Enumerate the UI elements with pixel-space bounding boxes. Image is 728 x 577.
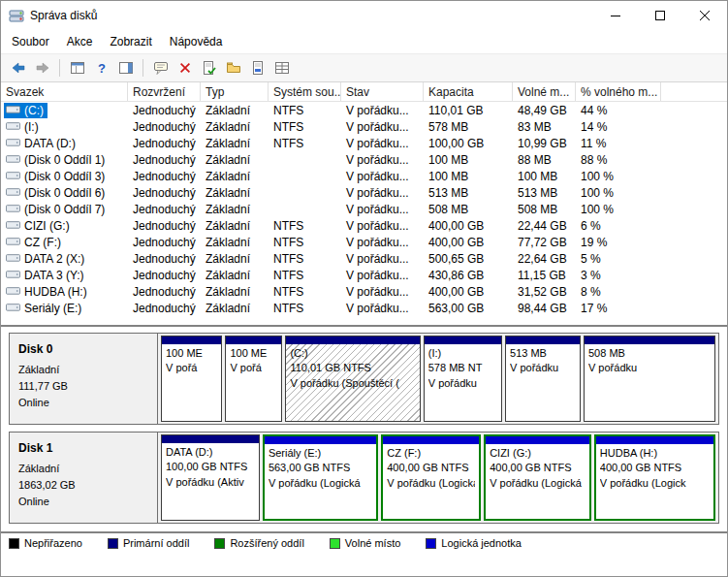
volume-row[interactable]: CZ (F:)JednoduchýZákladníNTFSV pořádku..… bbox=[1, 234, 727, 250]
type-cell: Základní bbox=[201, 269, 269, 282]
partition-label: 100 MEV pořá bbox=[162, 344, 221, 421]
free-space-cell: 98,44 GB bbox=[513, 302, 576, 315]
layout-cell: Jednoduchý bbox=[128, 137, 201, 150]
volume-name: (Disk 0 Oddíl 3) bbox=[24, 170, 105, 183]
partition-block[interactable]: (I:)578 MB NTV pořádku bbox=[424, 336, 502, 422]
disk-info[interactable]: Disk 1Základní1863,02 GBOnline bbox=[10, 433, 158, 523]
menu-item-3[interactable]: Nápověda bbox=[161, 32, 232, 51]
partition-line: V pořádku (Logick bbox=[600, 476, 710, 491]
partition-line: 563,00 GB NTFS bbox=[269, 461, 372, 475]
legend-label: Volné místo bbox=[345, 537, 400, 549]
partition-line: V pořádku (Spouštěcí ( bbox=[290, 376, 415, 391]
free-space-cell: 10,99 GB bbox=[513, 137, 576, 150]
volume-name: CZ (F:) bbox=[24, 236, 61, 249]
menu-item-1[interactable]: Akce bbox=[58, 32, 102, 51]
volume-row[interactable]: DATA 3 (Y:)JednoduchýZákladníNTFSV pořád… bbox=[1, 267, 727, 283]
disk-name: Disk 1 bbox=[18, 439, 148, 458]
free-space-cell: 48,49 GB bbox=[513, 104, 576, 117]
maximize-button[interactable] bbox=[638, 1, 682, 30]
layout-cell: Jednoduchý bbox=[128, 285, 201, 299]
partition-line: 100 ME bbox=[230, 346, 277, 361]
partition-label: 513 MBV pořádku bbox=[506, 344, 580, 421]
column-header-6[interactable]: Volné m... bbox=[513, 82, 576, 101]
column-header-7[interactable]: % volného m... bbox=[576, 82, 661, 101]
partition-block[interactable]: 100 MEV pořá bbox=[161, 336, 222, 422]
volume-cell: HUDBA (H:) bbox=[1, 284, 128, 300]
volume-row[interactable]: (I:)JednoduchýZákladníNTFSV pořádku...57… bbox=[1, 118, 727, 135]
partition-label: CIZI (G:)400,00 GB NTFSV pořádku (Logick… bbox=[486, 444, 589, 519]
volume-row[interactable]: HUDBA (H:)JednoduchýZákladníNTFSV pořádk… bbox=[1, 283, 727, 300]
back-icon[interactable] bbox=[7, 57, 29, 80]
help-icon[interactable]: ? bbox=[90, 57, 112, 80]
action-pane-icon[interactable] bbox=[114, 57, 137, 80]
column-header-3[interactable]: Systém sou... bbox=[269, 82, 341, 101]
new-volume-icon[interactable] bbox=[246, 57, 269, 80]
close-button[interactable] bbox=[682, 1, 727, 30]
minimize-button[interactable] bbox=[593, 1, 638, 30]
folder-action-icon[interactable] bbox=[222, 57, 244, 80]
volume-row[interactable]: DATA (D:)JednoduchýZákladníNTFSV pořádku… bbox=[1, 135, 727, 151]
grid-view-icon[interactable] bbox=[270, 57, 293, 80]
logical-drive-stripe bbox=[383, 436, 479, 444]
volume-row[interactable]: (Disk 0 Oddíl 1)JednoduchýZákladníV pořá… bbox=[1, 151, 727, 168]
column-header-0[interactable]: Svazek bbox=[1, 82, 128, 101]
volume-name: Seriály (E:) bbox=[24, 302, 81, 315]
layout-cell: Jednoduchý bbox=[128, 252, 201, 266]
volume-row[interactable]: Seriály (E:)JednoduchýZákladníNTFSV pořá… bbox=[1, 300, 727, 316]
volume-row[interactable]: (C:)JednoduchýZákladníNTFSV pořádku...11… bbox=[1, 102, 727, 118]
disk-info[interactable]: Disk 0Základní111,77 GBOnline bbox=[10, 334, 158, 424]
forward-icon[interactable] bbox=[31, 57, 53, 80]
menu-item-2[interactable]: Zobrazit bbox=[101, 32, 160, 51]
drive-icon bbox=[6, 103, 24, 117]
volume-cell: DATA 2 (X:) bbox=[1, 251, 128, 267]
tooltip-icon[interactable] bbox=[149, 57, 172, 80]
delete-volume-icon[interactable] bbox=[174, 57, 196, 80]
volume-cell: CZ (F:) bbox=[1, 235, 128, 250]
volume-row[interactable]: (Disk 0 Oddíl 6)JednoduchýZákladníV pořá… bbox=[1, 184, 727, 201]
partition-block[interactable]: (C:)110,01 GB NTFSV pořádku (Spouštěcí ( bbox=[285, 336, 420, 422]
partition-block[interactable]: DATA (D:)100,00 GB NTFSV pořádku (Aktiv bbox=[161, 434, 260, 521]
filesystem-cell: NTFS bbox=[269, 302, 341, 315]
free-percent-cell: 17 % bbox=[576, 302, 661, 315]
partition-block[interactable]: HUDBA (H:)400,00 GB NTFSV pořádku (Logic… bbox=[594, 434, 715, 521]
menu-item-0[interactable]: Soubor bbox=[3, 32, 58, 51]
volume-row[interactable]: (Disk 0 Oddíl 7)JednoduchýZákladníV pořá… bbox=[1, 201, 727, 217]
toolbar: ? bbox=[1, 53, 727, 82]
toolbar-separator bbox=[59, 59, 60, 77]
drive-icon bbox=[6, 202, 24, 216]
column-header-1[interactable]: Rozvržení bbox=[128, 82, 201, 101]
partition-block[interactable]: 513 MBV pořádku bbox=[505, 336, 581, 422]
volume-name: HUDBA (H:) bbox=[24, 285, 87, 299]
window-controls bbox=[593, 1, 727, 30]
partition-block[interactable]: 100 MEV pořá bbox=[225, 336, 282, 422]
console-tree-icon[interactable] bbox=[66, 57, 88, 80]
column-header-5[interactable]: Kapacita bbox=[424, 82, 513, 101]
status-cell: V pořádku... bbox=[341, 120, 424, 134]
partition-block[interactable]: 508 MBV pořádku bbox=[584, 336, 715, 422]
volume-cell: (Disk 0 Oddíl 7) bbox=[1, 202, 128, 217]
capacity-cell: 508 MB bbox=[424, 203, 513, 216]
status-cell: V pořádku... bbox=[341, 236, 424, 249]
disk-type: Základní bbox=[18, 461, 148, 477]
column-header-2[interactable]: Typ bbox=[201, 82, 269, 101]
free-space-cell: 31,52 GB bbox=[513, 285, 576, 299]
legend-swatch bbox=[9, 538, 19, 549]
volume-row[interactable]: CIZI (G:)JednoduchýZákladníNTFSV pořádku… bbox=[1, 217, 727, 234]
volume-cell: DATA 3 (Y:) bbox=[1, 268, 128, 283]
volume-row[interactable]: (Disk 0 Oddíl 3)JednoduchýZákladníV pořá… bbox=[1, 168, 727, 184]
partition-label: 508 MBV pořádku bbox=[585, 344, 714, 421]
volume-list-rows: (C:)JednoduchýZákladníNTFSV pořádku...11… bbox=[1, 102, 727, 316]
disk-size: 111,77 GB bbox=[18, 378, 148, 395]
check-doc-icon[interactable] bbox=[198, 57, 220, 80]
free-percent-cell: 100 % bbox=[576, 186, 661, 200]
column-header-4[interactable]: Stav bbox=[341, 82, 424, 101]
partition-line: CZ (F:) bbox=[387, 446, 475, 461]
partition-block[interactable]: CIZI (G:)400,00 GB NTFSV pořádku (Logick… bbox=[484, 434, 591, 521]
partition-block[interactable]: Seriály (E:)563,00 GB NTFSV pořádku (Log… bbox=[263, 434, 378, 521]
legend-swatch bbox=[426, 538, 436, 549]
partition-line: 400,00 GB NTFS bbox=[490, 461, 586, 475]
free-percent-cell: 11 % bbox=[576, 137, 661, 150]
partition-block[interactable]: CZ (F:)400,00 GB NTFSV pořádku (Logická bbox=[381, 434, 481, 521]
type-cell: Základní bbox=[201, 285, 269, 299]
volume-row[interactable]: DATA 2 (X:)JednoduchýZákladníNTFSV pořád… bbox=[1, 250, 727, 267]
